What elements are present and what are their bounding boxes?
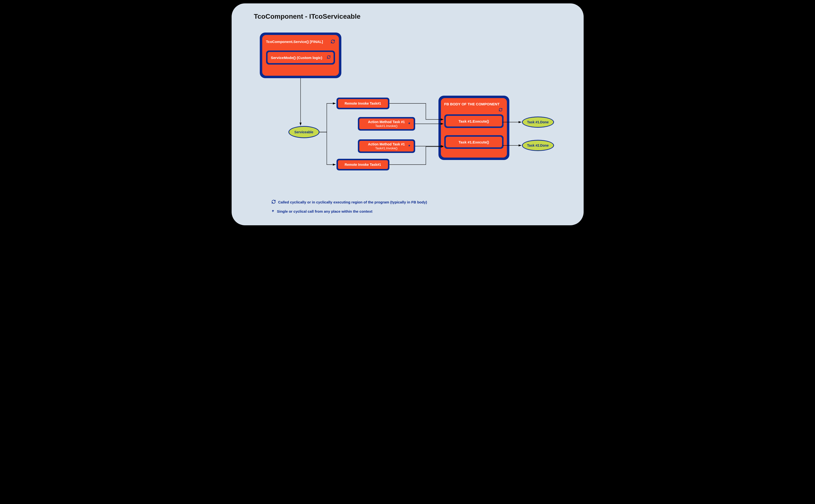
cycle-icon <box>499 108 503 113</box>
cycle-icon <box>327 55 331 60</box>
action-method-1-line2: Task#1.Invoke() <box>375 124 398 128</box>
action-method-2: Action Method Task #1 Task#1.Invoke() <box>358 139 415 153</box>
service-header: TcoComponent.Service() [FINAL] <box>266 40 323 44</box>
cycle-icon <box>331 39 335 44</box>
service-mode-label: ServiceMode() (Custom logic) <box>271 56 322 60</box>
fb-body-block: FB BODY OF THE COMPONENT Task #1.Execute… <box>438 96 509 160</box>
bolt-icon <box>408 144 411 149</box>
action-method-2-line1: Action Method Task #1 <box>368 142 405 146</box>
legend-cyclic: Called cyclically or in cyclically execu… <box>271 200 427 205</box>
service-block: TcoComponent.Service() [FINAL] ServiceMo… <box>260 33 341 78</box>
diagram-stage: TcoComponent - ITcoServiceable TcoCompon… <box>228 0 587 229</box>
done-2-label: Task #2.Done <box>527 143 549 147</box>
bolt-icon <box>271 209 275 214</box>
remote-invoke-1: Remote Invoke Task#1 <box>336 98 389 109</box>
legend-cyclic-text: Called cyclically or in cyclically execu… <box>278 200 427 204</box>
done-2-oval: Task #2.Done <box>522 140 554 151</box>
fb-body-header: FB BODY OF THE COMPONENT <box>444 102 500 106</box>
diagram-panel: TcoComponent - ITcoServiceable TcoCompon… <box>232 3 584 225</box>
legend-single: Single or cyclical call from any place w… <box>271 209 372 214</box>
action-method-1: Action Method Task #1 Task#1.Invoke() <box>358 117 415 131</box>
fb-task2-label: Task #1.Execute() <box>459 140 489 144</box>
bolt-icon <box>408 121 411 126</box>
legend-single-text: Single or cyclical call from any place w… <box>277 209 372 213</box>
serviceable-label: Serviceable <box>294 130 313 134</box>
fb-task1-label: Task #1.Execute() <box>459 119 489 123</box>
remote-invoke-1-label: Remote Invoke Task#1 <box>345 101 381 106</box>
done-1-oval: Task #1.Done <box>522 117 554 128</box>
done-1-label: Task #1.Done <box>527 120 549 124</box>
remote-invoke-2-label: Remote Invoke Task#1 <box>345 163 381 167</box>
action-method-1-line1: Action Method Task #1 <box>368 120 405 124</box>
serviceable-oval: Serviceable <box>288 126 319 138</box>
diagram-title: TcoComponent - ITcoServiceable <box>254 13 361 20</box>
action-method-2-line2: Task#1.Invoke() <box>375 146 398 150</box>
remote-invoke-2: Remote Invoke Task#1 <box>336 159 389 170</box>
cycle-icon <box>271 200 276 205</box>
